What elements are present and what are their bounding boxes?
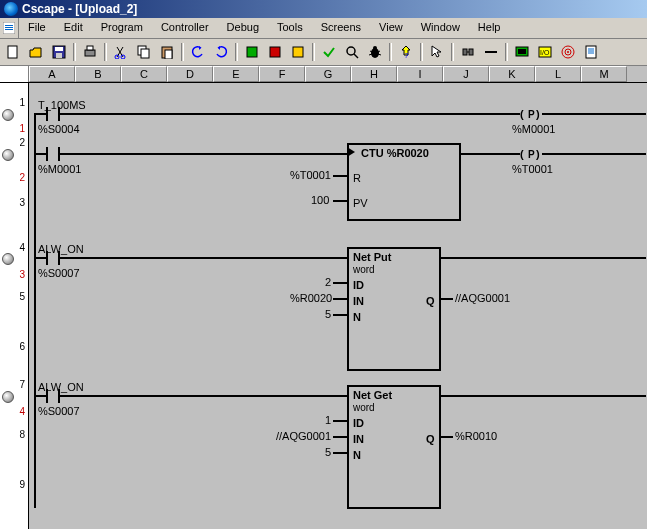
contact-label: ALW_ON: [38, 381, 84, 393]
title-bar: Cscape - [Upload_2]: [0, 0, 647, 18]
print-button[interactable]: [79, 41, 101, 63]
param-value: //AQG0001: [276, 430, 331, 442]
contact-no[interactable]: [46, 390, 60, 402]
cut-button[interactable]: [110, 41, 132, 63]
wire: [439, 257, 646, 259]
col-b[interactable]: B: [75, 66, 121, 82]
screen-button[interactable]: [511, 41, 533, 63]
svg-rect-39: [586, 46, 596, 58]
coil-pulse[interactable]: (P): [520, 147, 542, 161]
rung-marker: [2, 253, 14, 265]
param-label: N: [353, 449, 361, 461]
io-button[interactable]: I/O: [534, 41, 556, 63]
wire: [439, 436, 453, 438]
block-title: CTU %R0020: [361, 147, 429, 159]
contact-addr: %S0007: [38, 267, 80, 279]
svg-text:P: P: [528, 149, 535, 160]
row-num: 5: [0, 291, 25, 302]
param-label: Q: [426, 433, 435, 445]
coil-pulse[interactable]: (P): [520, 107, 542, 121]
svg-rect-13: [141, 49, 149, 58]
menu-controller[interactable]: Controller: [152, 18, 218, 38]
menu-program[interactable]: Program: [92, 18, 152, 38]
param-value: 100: [311, 194, 329, 206]
rung-num: 3: [0, 269, 25, 280]
wire-button[interactable]: [480, 41, 502, 63]
stop-button[interactable]: [264, 41, 286, 63]
wire: [333, 314, 347, 316]
col-e[interactable]: E: [213, 66, 259, 82]
col-l[interactable]: L: [535, 66, 581, 82]
menu-debug[interactable]: Debug: [218, 18, 268, 38]
col-j[interactable]: J: [443, 66, 489, 82]
wire: [542, 153, 646, 155]
save-button[interactable]: [48, 41, 70, 63]
ctu-block[interactable]: CTU %R0020 R PV: [347, 143, 461, 221]
param-value: //AQG0001: [455, 292, 510, 304]
open-button[interactable]: [25, 41, 47, 63]
target-button[interactable]: [557, 41, 579, 63]
menu-tools[interactable]: Tools: [268, 18, 312, 38]
connection-button[interactable]: [457, 41, 479, 63]
menu-edit[interactable]: Edit: [55, 18, 92, 38]
toolbar-sep: [181, 43, 184, 61]
menu-view[interactable]: View: [370, 18, 412, 38]
ladder-editor[interactable]: 1 1 2 2 3 4 3 5 6 7 4 8 9 T_100MS %S0004…: [0, 83, 647, 529]
redo-button[interactable]: [210, 41, 232, 63]
param-value: %R0020: [290, 292, 332, 304]
sheet-button[interactable]: [580, 41, 602, 63]
col-h[interactable]: H: [351, 66, 397, 82]
netput-block[interactable]: Net Put word ID IN N Q: [347, 247, 441, 371]
param-label: ID: [353, 279, 364, 291]
ladder-canvas[interactable]: T_100MS %S0004 (P) %M0001 %M0001 CTU %R0…: [28, 83, 647, 529]
menu-window[interactable]: Window: [412, 18, 469, 38]
menu-help[interactable]: Help: [469, 18, 510, 38]
check-button[interactable]: [318, 41, 340, 63]
col-f[interactable]: F: [259, 66, 305, 82]
wire: [439, 298, 453, 300]
col-k[interactable]: K: [489, 66, 535, 82]
find-button[interactable]: [341, 41, 363, 63]
undo-button[interactable]: [187, 41, 209, 63]
toolbar-sep: [104, 43, 107, 61]
svg-rect-33: [518, 49, 526, 54]
col-m[interactable]: M: [581, 66, 627, 82]
copy-button[interactable]: [133, 41, 155, 63]
rung-num: 4: [0, 406, 25, 417]
power-rail: [34, 113, 36, 508]
col-a[interactable]: A: [29, 66, 75, 82]
menu-file[interactable]: File: [19, 18, 55, 38]
arrow-tool-button[interactable]: [426, 41, 448, 63]
contact-no[interactable]: [46, 108, 60, 120]
svg-text:(: (: [520, 148, 524, 160]
svg-rect-4: [8, 46, 17, 58]
help-button[interactable]: ?: [395, 41, 417, 63]
contact-no[interactable]: [46, 148, 60, 160]
svg-rect-9: [87, 46, 93, 50]
contact-no[interactable]: [46, 252, 60, 264]
wire: [333, 420, 347, 422]
svg-point-38: [567, 51, 569, 53]
wire: [333, 298, 347, 300]
svg-text:P: P: [528, 109, 535, 120]
bug-button[interactable]: [364, 41, 386, 63]
idle-button[interactable]: [287, 41, 309, 63]
new-button[interactable]: [2, 41, 24, 63]
block-title: Net Put: [353, 251, 392, 263]
param-value: 2: [325, 276, 331, 288]
toolbar-sep: [420, 43, 423, 61]
toolbar-sep: [389, 43, 392, 61]
paste-button[interactable]: [156, 41, 178, 63]
wire: [36, 153, 46, 155]
run-button[interactable]: [241, 41, 263, 63]
menu-screens[interactable]: Screens: [312, 18, 370, 38]
mdi-control-icon[interactable]: [0, 18, 19, 38]
col-c[interactable]: C: [121, 66, 167, 82]
col-d[interactable]: D: [167, 66, 213, 82]
col-g[interactable]: G: [305, 66, 351, 82]
col-i[interactable]: I: [397, 66, 443, 82]
svg-text:?: ?: [404, 51, 409, 59]
netget-block[interactable]: Net Get word ID IN N Q: [347, 385, 441, 509]
wire: [60, 257, 347, 259]
toolbar-sep: [312, 43, 315, 61]
